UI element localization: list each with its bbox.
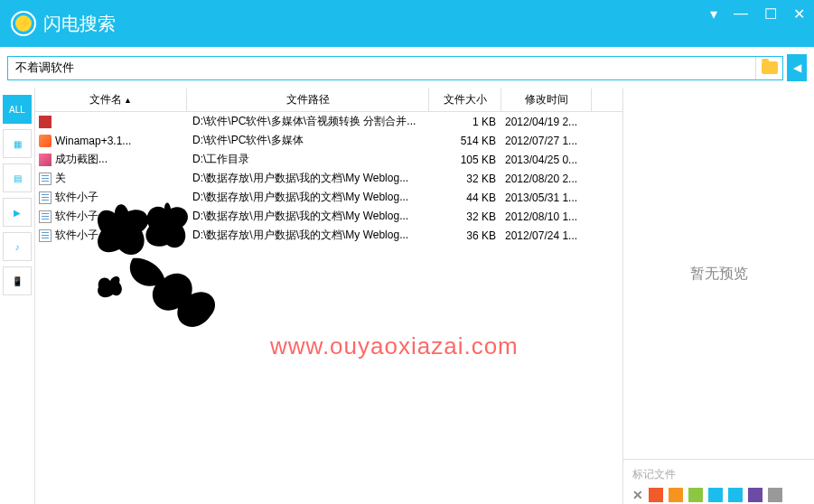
filter-docs[interactable]: ▤	[3, 163, 32, 192]
file-size: 44 KB	[429, 191, 501, 204]
file-size: 32 KB	[429, 210, 501, 223]
table-header: 文件名▲ 文件路径 文件大小 修改时间	[35, 89, 622, 112]
tag-color[interactable]	[669, 488, 683, 502]
col-size[interactable]: 文件大小	[429, 89, 501, 111]
app-logo: ⚡	[11, 11, 36, 36]
file-path: D:\数据存放\用户数据\我的文档\My Weblog...	[187, 171, 429, 186]
file-path: D:\数据存放\用户数据\我的文档\My Weblog...	[187, 209, 429, 224]
file-size: 514 KB	[429, 135, 501, 147]
file-date: 2012/07/24 1...	[501, 229, 592, 242]
file-path: D:\工作目录	[187, 152, 429, 167]
preview-panel: 暂无预览 标记文件 ✕	[622, 89, 814, 504]
file-date: 2012/08/20 2...	[501, 173, 592, 185]
file-name: 成功截图...	[55, 152, 108, 167]
file-icon	[39, 229, 51, 242]
tag-color[interactable]	[708, 488, 723, 502]
file-icon	[39, 135, 51, 147]
file-date: 2012/08/10 1...	[501, 210, 592, 223]
file-list: 文件名▲ 文件路径 文件大小 修改时间 D:\软件\PC软件\多媒体\音视频转换…	[35, 89, 622, 504]
file-date: 2013/04/25 0...	[501, 154, 592, 166]
file-path: D:\软件\PC软件\多媒体	[187, 133, 429, 148]
collapse-preview-button[interactable]: ◀	[787, 54, 807, 81]
file-size: 32 KB	[429, 173, 501, 185]
col-path[interactable]: 文件路径	[187, 89, 429, 111]
titlebar: ⚡ 闪电搜索 ▾ — ☐ ✕	[0, 0, 814, 47]
file-name: 软件小子（ 件）	[55, 228, 134, 243]
tag-clear-icon[interactable]: ✕	[632, 488, 643, 502]
folder-button[interactable]	[755, 57, 782, 79]
col-name[interactable]: 文件名▲	[35, 89, 187, 111]
file-date: 2013/05/31 1...	[501, 191, 592, 204]
tags-panel: 标记文件 ✕	[623, 459, 814, 504]
filter-all[interactable]: ALL	[3, 95, 32, 124]
filter-video[interactable]: ▶	[3, 198, 32, 227]
table-row[interactable]: D:\软件\PC软件\多媒体\音视频转换 分割合并...1 KB2012/04/…	[35, 112, 622, 131]
search-input[interactable]	[8, 57, 755, 79]
sidebar: ALL▦▤▶♪📱	[0, 89, 34, 504]
maximize-icon[interactable]: ☐	[764, 5, 777, 23]
table-row[interactable]: 软件小子（ 件）D:\数据存放\用户数据\我的文档\My Weblog...36…	[35, 226, 622, 245]
filter-images[interactable]: ▦	[3, 129, 32, 158]
col-date[interactable]: 修改时间	[501, 89, 592, 111]
preview-empty: 暂无预览	[623, 89, 814, 459]
search-row: ◀	[0, 47, 814, 89]
file-path: D:\数据存放\用户数据\我的文档\My Weblog...	[187, 190, 429, 205]
file-name: 软件小子	[55, 190, 98, 205]
file-size: 1 KB	[429, 116, 501, 128]
file-date: 2012/07/27 1...	[501, 135, 592, 147]
file-icon	[39, 191, 51, 204]
file-icon	[39, 210, 51, 223]
file-name: 关	[55, 171, 66, 186]
table-row[interactable]: 软件小子 (D:\数据存放\用户数据\我的文档\My Weblog...32 K…	[35, 207, 622, 226]
file-name: 软件小子 (	[55, 209, 105, 224]
file-path: D:\软件\PC软件\多媒体\音视频转换 分割合并...	[187, 114, 429, 129]
filter-mobile[interactable]: 📱	[3, 266, 32, 295]
file-date: 2012/04/19 2...	[501, 116, 592, 128]
filter-audio[interactable]: ♪	[3, 232, 32, 261]
file-icon	[39, 116, 51, 128]
tag-color[interactable]	[649, 488, 663, 502]
file-icon	[39, 173, 51, 185]
tags-title: 标记文件	[632, 467, 805, 482]
table-row[interactable]: 关D:\数据存放\用户数据\我的文档\My Weblog...32 KB2012…	[35, 169, 622, 188]
tag-color[interactable]	[728, 488, 743, 502]
minimize-icon[interactable]: —	[734, 5, 748, 23]
file-name: Winamap+3.1...	[55, 135, 131, 147]
table-row[interactable]: 软件小子D:\数据存放\用户数据\我的文档\My Weblog...44 KB2…	[35, 188, 622, 207]
sort-arrow-icon: ▲	[124, 96, 132, 105]
dropdown-icon[interactable]: ▾	[710, 5, 717, 23]
file-size: 105 KB	[429, 154, 501, 166]
file-size: 36 KB	[429, 229, 501, 242]
tag-color[interactable]	[768, 488, 782, 502]
folder-icon	[762, 61, 778, 74]
tag-color[interactable]	[688, 488, 703, 502]
table-row[interactable]: Winamap+3.1...D:\软件\PC软件\多媒体514 KB2012/0…	[35, 131, 622, 150]
close-icon[interactable]: ✕	[793, 5, 805, 23]
tag-color[interactable]	[748, 488, 763, 502]
file-path: D:\数据存放\用户数据\我的文档\My Weblog...	[187, 228, 429, 243]
file-icon	[39, 154, 51, 166]
app-title: 闪电搜索	[43, 12, 116, 36]
table-row[interactable]: 成功截图...D:\工作目录105 KB2013/04/25 0...	[35, 150, 622, 169]
